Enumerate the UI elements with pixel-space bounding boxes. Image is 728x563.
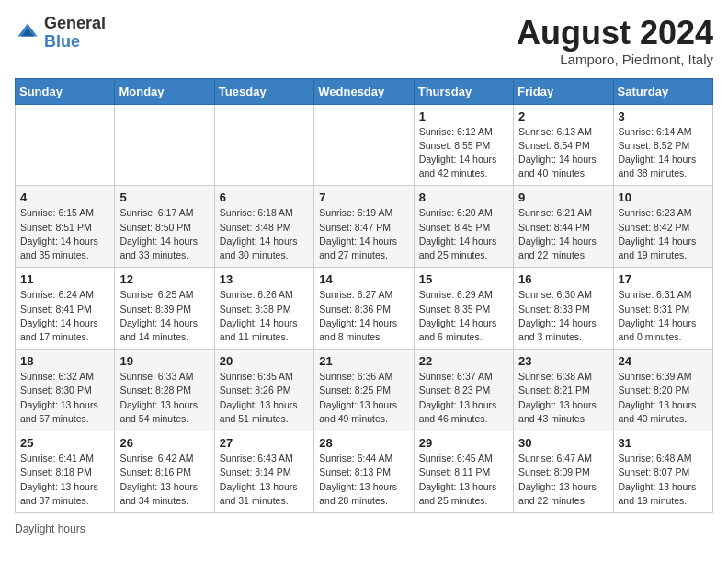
calendar-cell: 30Sunrise: 6:47 AM Sunset: 8:09 PM Dayli… — [514, 431, 613, 513]
day-info: Sunrise: 6:13 AM Sunset: 8:54 PM Dayligh… — [518, 125, 608, 181]
day-info: Sunrise: 6:21 AM Sunset: 8:44 PM Dayligh… — [518, 206, 608, 262]
calendar-cell: 24Sunrise: 6:39 AM Sunset: 8:20 PM Dayli… — [613, 350, 712, 431]
day-info: Sunrise: 6:38 AM Sunset: 8:21 PM Dayligh… — [518, 370, 608, 426]
daylight-label: Daylight hours — [15, 523, 85, 535]
day-info: Sunrise: 6:19 AM Sunset: 8:47 PM Dayligh… — [319, 206, 408, 262]
calendar-day-header: Thursday — [414, 78, 513, 104]
calendar-cell: 9Sunrise: 6:21 AM Sunset: 8:44 PM Daylig… — [514, 186, 613, 268]
page-header: General Blue August 2024 Lamporo, Piedmo… — [15, 15, 713, 67]
day-number: 11 — [20, 272, 109, 286]
day-number: 8 — [419, 190, 508, 204]
day-info: Sunrise: 6:48 AM Sunset: 8:07 PM Dayligh… — [619, 452, 708, 508]
day-info: Sunrise: 6:20 AM Sunset: 8:45 PM Dayligh… — [419, 206, 508, 262]
calendar-cell: 25Sunrise: 6:41 AM Sunset: 8:18 PM Dayli… — [16, 431, 115, 513]
day-number: 6 — [220, 190, 309, 204]
calendar-cell: 18Sunrise: 6:32 AM Sunset: 8:30 PM Dayli… — [16, 350, 115, 431]
calendar-day-header: Monday — [115, 78, 214, 104]
calendar-cell: 20Sunrise: 6:35 AM Sunset: 8:26 PM Dayli… — [214, 350, 313, 431]
day-info: Sunrise: 6:45 AM Sunset: 8:11 PM Dayligh… — [419, 452, 508, 508]
calendar-cell: 19Sunrise: 6:33 AM Sunset: 8:28 PM Dayli… — [115, 350, 214, 431]
day-info: Sunrise: 6:47 AM Sunset: 8:09 PM Dayligh… — [518, 452, 608, 508]
day-info: Sunrise: 6:43 AM Sunset: 8:14 PM Dayligh… — [220, 452, 309, 508]
day-info: Sunrise: 6:32 AM Sunset: 8:30 PM Dayligh… — [20, 370, 109, 426]
day-number: 18 — [20, 354, 109, 368]
day-number: 24 — [619, 354, 708, 368]
day-number: 17 — [619, 272, 708, 286]
calendar-cell: 21Sunrise: 6:36 AM Sunset: 8:25 PM Dayli… — [314, 350, 414, 431]
logo-text: General Blue — [44, 15, 106, 52]
calendar-cell: 14Sunrise: 6:27 AM Sunset: 8:36 PM Dayli… — [314, 268, 414, 350]
calendar-cell: 12Sunrise: 6:25 AM Sunset: 8:39 PM Dayli… — [115, 268, 214, 350]
logo: General Blue — [15, 15, 106, 52]
day-number: 27 — [220, 436, 309, 450]
day-info: Sunrise: 6:39 AM Sunset: 8:20 PM Dayligh… — [619, 370, 708, 426]
day-number: 13 — [220, 272, 309, 286]
day-number: 26 — [119, 436, 209, 450]
day-number: 29 — [419, 436, 508, 450]
day-info: Sunrise: 6:41 AM Sunset: 8:18 PM Dayligh… — [20, 452, 109, 508]
calendar-day-header: Wednesday — [314, 78, 414, 104]
day-number: 21 — [319, 354, 408, 368]
calendar-cell: 3Sunrise: 6:14 AM Sunset: 8:52 PM Daylig… — [613, 104, 712, 186]
day-number: 10 — [619, 190, 708, 204]
day-info: Sunrise: 6:27 AM Sunset: 8:36 PM Dayligh… — [319, 288, 408, 344]
day-number: 31 — [619, 436, 708, 450]
day-number: 25 — [20, 436, 109, 450]
calendar-cell — [115, 104, 214, 186]
calendar-cell: 11Sunrise: 6:24 AM Sunset: 8:41 PM Dayli… — [16, 268, 115, 350]
calendar-cell: 15Sunrise: 6:29 AM Sunset: 8:35 PM Dayli… — [414, 268, 513, 350]
calendar-cell — [16, 104, 115, 186]
calendar-cell: 17Sunrise: 6:31 AM Sunset: 8:31 PM Dayli… — [613, 268, 712, 350]
day-info: Sunrise: 6:17 AM Sunset: 8:50 PM Dayligh… — [119, 206, 209, 262]
calendar-day-header: Tuesday — [214, 78, 313, 104]
calendar-cell — [214, 104, 313, 186]
day-number: 20 — [220, 354, 309, 368]
day-number: 1 — [419, 109, 508, 123]
calendar-cell: 10Sunrise: 6:23 AM Sunset: 8:42 PM Dayli… — [613, 186, 712, 268]
calendar-cell: 28Sunrise: 6:44 AM Sunset: 8:13 PM Dayli… — [314, 431, 414, 513]
day-info: Sunrise: 6:12 AM Sunset: 8:55 PM Dayligh… — [419, 125, 508, 181]
day-number: 9 — [518, 190, 608, 204]
calendar-week-row: 1Sunrise: 6:12 AM Sunset: 8:55 PM Daylig… — [16, 104, 713, 186]
calendar-week-row: 25Sunrise: 6:41 AM Sunset: 8:18 PM Dayli… — [16, 431, 713, 513]
day-info: Sunrise: 6:33 AM Sunset: 8:28 PM Dayligh… — [119, 370, 209, 426]
calendar-week-row: 18Sunrise: 6:32 AM Sunset: 8:30 PM Dayli… — [16, 350, 713, 431]
day-info: Sunrise: 6:42 AM Sunset: 8:16 PM Dayligh… — [119, 452, 209, 508]
month-year: August 2024 — [517, 15, 713, 52]
day-number: 23 — [518, 354, 608, 368]
calendar-cell: 22Sunrise: 6:37 AM Sunset: 8:23 PM Dayli… — [414, 350, 513, 431]
day-number: 5 — [119, 190, 209, 204]
calendar-day-header: Saturday — [613, 78, 712, 104]
day-info: Sunrise: 6:18 AM Sunset: 8:48 PM Dayligh… — [220, 206, 309, 262]
calendar-cell: 29Sunrise: 6:45 AM Sunset: 8:11 PM Dayli… — [414, 431, 513, 513]
calendar-cell: 6Sunrise: 6:18 AM Sunset: 8:48 PM Daylig… — [214, 186, 313, 268]
calendar-cell: 1Sunrise: 6:12 AM Sunset: 8:55 PM Daylig… — [414, 104, 513, 186]
day-info: Sunrise: 6:44 AM Sunset: 8:13 PM Dayligh… — [319, 452, 408, 508]
day-number: 19 — [119, 354, 209, 368]
day-info: Sunrise: 6:31 AM Sunset: 8:31 PM Dayligh… — [619, 288, 708, 344]
calendar-cell: 5Sunrise: 6:17 AM Sunset: 8:50 PM Daylig… — [115, 186, 214, 268]
calendar-cell: 4Sunrise: 6:15 AM Sunset: 8:51 PM Daylig… — [16, 186, 115, 268]
calendar-cell: 23Sunrise: 6:38 AM Sunset: 8:21 PM Dayli… — [514, 350, 613, 431]
title-block: August 2024 Lamporo, Piedmont, Italy — [517, 15, 713, 67]
day-info: Sunrise: 6:14 AM Sunset: 8:52 PM Dayligh… — [619, 125, 708, 181]
day-info: Sunrise: 6:26 AM Sunset: 8:38 PM Dayligh… — [220, 288, 309, 344]
day-number: 2 — [518, 109, 608, 123]
calendar-table: SundayMondayTuesdayWednesdayThursdayFrid… — [15, 78, 713, 513]
calendar-cell — [314, 104, 414, 186]
day-info: Sunrise: 6:29 AM Sunset: 8:35 PM Dayligh… — [419, 288, 508, 344]
day-info: Sunrise: 6:36 AM Sunset: 8:25 PM Dayligh… — [319, 370, 408, 426]
day-number: 14 — [319, 272, 408, 286]
calendar-cell: 13Sunrise: 6:26 AM Sunset: 8:38 PM Dayli… — [214, 268, 313, 350]
logo-general: General — [44, 15, 106, 33]
calendar-day-header: Sunday — [16, 78, 115, 104]
calendar-cell: 8Sunrise: 6:20 AM Sunset: 8:45 PM Daylig… — [414, 186, 513, 268]
day-number: 4 — [20, 190, 109, 204]
day-info: Sunrise: 6:24 AM Sunset: 8:41 PM Dayligh… — [20, 288, 109, 344]
day-number: 16 — [518, 272, 608, 286]
day-number: 30 — [518, 436, 608, 450]
day-number: 28 — [319, 436, 408, 450]
calendar-cell: 31Sunrise: 6:48 AM Sunset: 8:07 PM Dayli… — [613, 431, 712, 513]
logo-blue: Blue — [44, 33, 106, 52]
calendar-cell: 16Sunrise: 6:30 AM Sunset: 8:33 PM Dayli… — [514, 268, 613, 350]
